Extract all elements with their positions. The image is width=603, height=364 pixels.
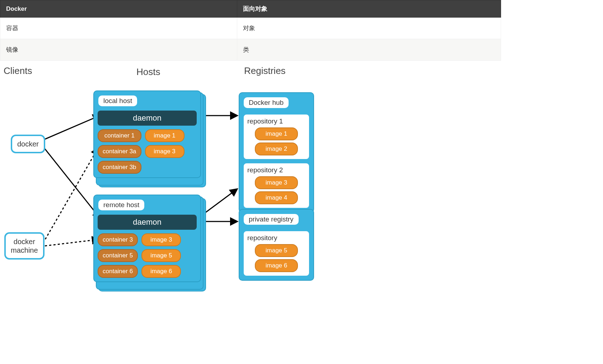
table-header: Docker — [0, 0, 237, 18]
remote-daemon: daemon — [98, 215, 197, 230]
registries-heading: Registries — [244, 65, 286, 76]
image-chip: image 2 — [255, 143, 298, 155]
svg-line-1 — [41, 144, 100, 218]
image-chip: image 3 — [145, 145, 184, 158]
container-chip: container 3a — [98, 145, 141, 158]
container-chip: container 6 — [98, 265, 138, 278]
container-chip: container 5 — [98, 249, 138, 262]
docker-client: docker — [11, 135, 45, 153]
local-host-label: local host — [98, 95, 138, 107]
clients-heading: Clients — [4, 65, 32, 76]
image-chip: image 1 — [145, 129, 184, 142]
remote-host-label: remote host — [98, 199, 145, 211]
image-chip: image 3 — [255, 176, 298, 189]
image-chip: image 5 — [255, 244, 298, 257]
image-chip: image 3 — [141, 233, 181, 246]
svg-line-2 — [43, 148, 98, 243]
container-chip: container 3b — [98, 161, 141, 174]
table-row: 容器对象 — [0, 18, 501, 39]
repository-box: repository 1 image 1 image 2 — [243, 114, 310, 160]
hosts-heading: Hosts — [136, 66, 160, 78]
docker-machine-client: docker machine — [4, 232, 45, 260]
table-row: 镜像类 — [0, 39, 501, 61]
docker-hub-registry: Docker hub repository 1 image 1 image 2 … — [239, 92, 314, 213]
comparison-table: Docker 面向对象 容器对象 镜像类 — [0, 0, 501, 61]
image-chip: image 4 — [255, 191, 298, 204]
private-registry-label: private registry — [243, 213, 299, 225]
architecture-diagram: Clients Hosts Registries docker docker m… — [0, 64, 323, 304]
docker-hub-label: Docker hub — [243, 97, 289, 109]
image-chip: image 6 — [255, 259, 298, 272]
image-chip: image 6 — [141, 265, 181, 278]
container-chip: container 3 — [98, 233, 138, 246]
repository-box: repository 2 image 3 image 4 — [243, 163, 310, 209]
container-chip: container 1 — [98, 129, 141, 142]
repository-box: repository image 5 image 6 — [243, 230, 310, 276]
local-daemon: daemon — [98, 111, 197, 126]
image-chip: image 1 — [255, 127, 298, 140]
private-registry: private registry repository image 5 imag… — [239, 209, 314, 281]
image-chip: image 5 — [141, 249, 181, 262]
svg-line-0 — [41, 116, 100, 141]
table-header: 面向对象 — [237, 0, 501, 18]
svg-line-3 — [45, 239, 99, 246]
